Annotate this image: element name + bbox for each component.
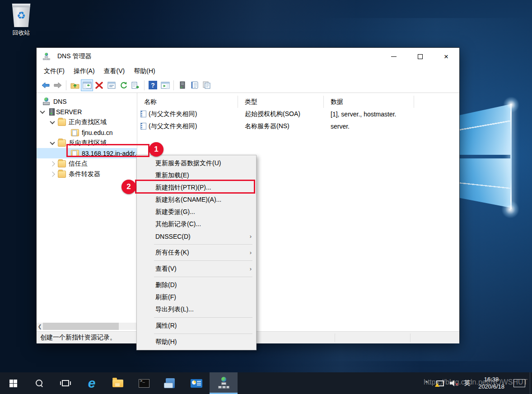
- minimize-button[interactable]: [381, 48, 407, 65]
- forward-icon[interactable]: [51, 79, 64, 91]
- menu-item-new-pointer-ptr[interactable]: 新建指针(PTR)(P)...: [137, 181, 256, 194]
- menu-separator: [137, 332, 256, 336]
- scrollbar-thumb[interactable]: [43, 323, 119, 330]
- annotation-step-2: 2: [121, 180, 136, 194]
- dns-manager-taskbar-button[interactable]: [210, 372, 238, 394]
- menu-item-new-delegation[interactable]: 新建委派(G)...: [137, 206, 256, 218]
- menu-item-dnssec[interactable]: DNSSEC(D)›: [137, 230, 256, 242]
- file-explorer-button[interactable]: [105, 372, 131, 394]
- record-row[interactable]: (与父文件夹相同) 名称服务器(NS) server.: [137, 120, 459, 132]
- maximize-icon: [418, 54, 423, 59]
- server-manager-button[interactable]: [157, 372, 183, 394]
- wallpaper-windows-logo-bottom-pane: [454, 158, 512, 209]
- menu-item-delete[interactable]: 删除(D): [137, 279, 256, 291]
- server-icon: [49, 108, 55, 116]
- internet-explorer-button[interactable]: e: [79, 372, 105, 394]
- tree-item-conditional-forwarders[interactable]: 条件转发器: [37, 169, 137, 179]
- menu-separator: [137, 315, 256, 320]
- folder-icon: [58, 160, 66, 167]
- tree-item-forward-lookup-zones[interactable]: 正向查找区域: [37, 117, 137, 127]
- task-view-button[interactable]: [52, 372, 79, 394]
- close-icon: ×: [444, 53, 448, 60]
- dns-app-icon: [43, 53, 50, 60]
- delete-icon[interactable]: [93, 79, 105, 91]
- search-button[interactable]: [26, 372, 52, 394]
- column-header-name[interactable]: 名称: [137, 96, 238, 108]
- menu-action[interactable]: 操作(A): [69, 65, 99, 77]
- menu-separator: [137, 259, 256, 263]
- console-tree-pane: DNS SERVER 正向查找区域 fjnu.edu.cn: [37, 93, 137, 331]
- export-list-icon[interactable]: [130, 79, 142, 91]
- record-icon: [140, 111, 146, 117]
- recycle-bin-shortcut[interactable]: ♻ 回收站: [6, 4, 36, 37]
- maximize-button[interactable]: [407, 48, 433, 65]
- show-hide-action-pane-icon[interactable]: [159, 79, 171, 91]
- tree-item-server[interactable]: SERVER: [37, 107, 137, 117]
- expand-closed-icon[interactable]: [50, 172, 55, 176]
- refresh-icon[interactable]: [117, 79, 130, 91]
- submenu-arrow-icon: ›: [250, 265, 252, 272]
- record-icon: [140, 123, 146, 130]
- control-panel-button[interactable]: [183, 372, 210, 394]
- menu-item-properties[interactable]: 属性(R): [137, 320, 256, 332]
- annotation-step-1: 1: [149, 142, 163, 157]
- scroll-left-icon[interactable]: ❮: [37, 324, 43, 329]
- record-list-icon[interactable]: [188, 79, 201, 91]
- show-hide-console-tree-icon[interactable]: [81, 79, 93, 91]
- menu-item-view[interactable]: 查看(V)›: [137, 263, 256, 275]
- dns-root-icon: [42, 98, 51, 105]
- help-icon[interactable]: ?: [147, 79, 159, 91]
- status-text: 创建一个新指针资源记录。: [40, 334, 116, 342]
- menu-item-other-new-records[interactable]: 其他新记录(C)...: [137, 218, 256, 230]
- up-one-level-icon[interactable]: [69, 79, 81, 91]
- menu-item-new-alias-cname[interactable]: 新建别名(CNAME)(A)...: [137, 194, 256, 206]
- command-prompt-button[interactable]: >_: [131, 372, 157, 394]
- title-bar[interactable]: DNS 管理器 ×: [37, 48, 459, 65]
- menu-file[interactable]: 文件(F): [39, 65, 69, 77]
- file-explorer-icon: [112, 380, 123, 387]
- menu-item-reload[interactable]: 重新加载(E): [137, 169, 256, 181]
- show-desktop-button[interactable]: [530, 372, 532, 394]
- column-header-type[interactable]: 类型: [238, 96, 324, 108]
- expand-open-icon[interactable]: [50, 139, 55, 144]
- expand-open-icon[interactable]: [50, 119, 55, 124]
- task-view-icon: [62, 380, 69, 386]
- submenu-arrow-icon: ›: [250, 233, 252, 240]
- tree-item-reverse-lookup-zones[interactable]: 反向查找区域: [37, 138, 137, 148]
- tree-item-trust-points[interactable]: 信任点: [37, 158, 137, 169]
- server-icon[interactable]: [176, 79, 188, 91]
- recycle-bin-label: 回收站: [6, 29, 36, 37]
- menu-bar: 文件(F) 操作(A) 查看(V) 帮助(H): [37, 65, 459, 78]
- tree-horizontal-scrollbar[interactable]: ❮: [37, 323, 137, 330]
- desktop: ♻ 回收站 DNS 管理器 × 文件(F) 操作(A) 查看(V) 帮助(H): [0, 0, 532, 394]
- wallpaper-windows-logo-edge: [510, 104, 512, 209]
- menu-item-update-server-data-files[interactable]: 更新服务器数据文件(U): [137, 157, 256, 169]
- tree-item-reverse-zone-selected[interactable]: 83.168.192.in-addr.a: [37, 148, 137, 158]
- csdn-watermark: https://blog.csdn.net/NOWSHUT: [424, 378, 527, 386]
- start-button[interactable]: [0, 372, 26, 394]
- menu-item-refresh[interactable]: 刷新(F): [137, 291, 256, 303]
- expand-open-icon[interactable]: [40, 108, 45, 113]
- menu-item-all-tasks[interactable]: 所有任务(K)›: [137, 246, 256, 259]
- zone-icon: [71, 150, 79, 157]
- menu-item-help[interactable]: 帮助(H): [137, 336, 256, 348]
- tree-item-fjnu-edu-cn[interactable]: fjnu.edu.cn: [37, 127, 137, 138]
- tree-item-dns-root[interactable]: DNS: [37, 96, 137, 107]
- menu-help[interactable]: 帮助(H): [129, 65, 159, 77]
- menu-view[interactable]: 查看(V): [99, 65, 130, 77]
- dns-manager-icon: [218, 377, 229, 389]
- control-panel-icon: [191, 379, 202, 388]
- command-prompt-icon: >_: [139, 379, 149, 388]
- copy-icon[interactable]: [201, 79, 213, 91]
- toolbar: ?: [37, 78, 459, 93]
- expand-closed-icon[interactable]: [50, 161, 55, 166]
- back-icon[interactable]: [39, 79, 51, 91]
- list-header: 名称 类型 数据: [137, 96, 459, 108]
- menu-item-export-list[interactable]: 导出列表(L)...: [137, 303, 256, 315]
- close-button[interactable]: ×: [433, 48, 459, 65]
- recycle-bin-icon: ♻: [11, 4, 32, 27]
- properties-icon[interactable]: [105, 79, 117, 91]
- column-header-data[interactable]: 数据: [324, 96, 414, 108]
- minimize-icon: [391, 56, 397, 57]
- record-row[interactable]: (与父文件夹相同) 起始授权机构(SOA) [1], server., host…: [137, 108, 459, 120]
